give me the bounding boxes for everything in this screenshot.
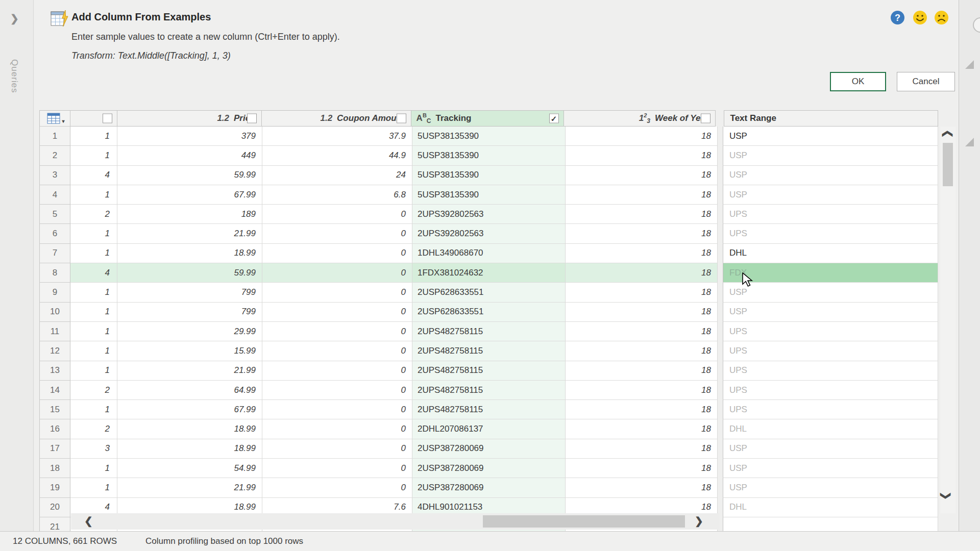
cell-text-range[interactable]: DHL [723, 244, 938, 263]
cell-week-of-year: 18 [566, 263, 718, 283]
column-header-tracking[interactable]: ABCTracking✓ [411, 110, 564, 127]
cancel-button[interactable]: Cancel [897, 72, 955, 91]
cell-quantity: 4 [70, 263, 117, 283]
column-header-unnamed[interactable] [70, 110, 117, 127]
column-gap [718, 303, 723, 322]
column-header-coupon-amount[interactable]: 1.2Coupon Amount [262, 110, 411, 127]
column-header-price[interactable]: 1.2Price [117, 110, 262, 127]
cell-text-range[interactable]: USP [723, 185, 938, 205]
dialog-title: Add Column From Examples [71, 11, 211, 23]
resize-handle-icon[interactable] [965, 138, 974, 146]
resize-handle-icon[interactable] [965, 60, 974, 69]
row-number: 4 [39, 185, 70, 205]
cell-text-range[interactable]: USP [723, 303, 938, 322]
cell-quantity: 1 [70, 127, 117, 146]
cell-coupon-amount: 0 [262, 400, 412, 419]
table-row: 11129.9902UPS48275811518UPS [39, 322, 938, 341]
cell-text-range[interactable]: USP [723, 127, 938, 146]
cell-tracking: 2UPS482758115 [412, 400, 566, 419]
cell-quantity: 1 [70, 185, 117, 205]
cell-text-range[interactable]: UPS [723, 205, 938, 224]
cell-coupon-amount: 24 [262, 166, 412, 185]
table-row: 7118.9901DHL34906867018DHL [39, 244, 938, 263]
column-gap [718, 146, 723, 165]
cell-text-range[interactable]: USP [723, 478, 938, 497]
help-icon[interactable]: ? [890, 10, 905, 25]
cell-coupon-amount: 0 [262, 263, 412, 283]
cell-quantity: 1 [70, 244, 117, 263]
cell-tracking: 2USP387280069 [412, 439, 566, 459]
column-header-week-of-year[interactable]: 123Week of Year [564, 110, 716, 127]
cell-text-range[interactable]: UPS [723, 381, 938, 400]
row-number: 9 [39, 283, 70, 302]
cell-week-of-year: 18 [566, 146, 718, 165]
cell-tracking: 1DHL349068670 [412, 244, 566, 263]
cell-text-range[interactable]: UPS [723, 400, 938, 419]
cell-text-range[interactable]: UPS [723, 224, 938, 243]
cell-text-range[interactable]: USP [723, 166, 938, 185]
cell-week-of-year: 18 [566, 185, 718, 205]
cell-coupon-amount: 0 [262, 224, 412, 243]
cell-text-range[interactable]: UPS [723, 341, 938, 361]
row-number: 2 [39, 146, 70, 165]
cell-quantity: 1 [70, 146, 117, 165]
scroll-left-icon[interactable]: ❮ [84, 515, 93, 527]
cell-text-range[interactable]: USP [723, 146, 938, 165]
table-row: 9179902USP62863355118USP [39, 283, 938, 302]
cell-price: 54.99 [117, 459, 262, 478]
status-bar: 12 COLUMNS, 661 ROWS Column profiling ba… [0, 531, 980, 551]
cell-text-range[interactable]: DHL [723, 498, 938, 517]
table-row: 14264.9902UPS48275811518UPS [39, 381, 938, 400]
cell-quantity: 1 [70, 322, 117, 341]
vertical-scrollbar-thumb[interactable] [943, 143, 953, 186]
cell-tracking: 2UPS392802563 [412, 205, 566, 224]
scroll-up-icon[interactable]: ❯ [940, 130, 952, 138]
cell-quantity: 2 [70, 205, 117, 224]
table-row: 1137937.95USP3813539018USP [39, 127, 938, 146]
column-checkbox[interactable] [247, 114, 257, 123]
ok-button[interactable]: OK [830, 72, 886, 91]
table-row: 3459.99245USP3813539018USP [39, 166, 938, 185]
cell-coupon-amount: 0 [262, 303, 412, 322]
column-gap [718, 127, 723, 146]
vertical-scrollbar[interactable]: ❯ ❯ [940, 127, 955, 513]
svg-text:?: ? [895, 13, 900, 23]
row-number: 1 [39, 127, 70, 146]
table-row: 10179902USP62863355118USP [39, 303, 938, 322]
cell-week-of-year: 18 [566, 224, 718, 243]
horizontal-scrollbar[interactable]: ❮ ❯ [71, 513, 720, 530]
horizontal-scrollbar-thumb[interactable] [483, 515, 685, 528]
scroll-down-icon[interactable]: ❯ [940, 492, 952, 500]
cell-price: 67.99 [117, 400, 262, 419]
cell-text-range[interactable]: DHL [723, 419, 938, 439]
expand-queries-chevron-icon[interactable]: ❯ [10, 12, 19, 24]
cell-price: 449 [117, 146, 262, 165]
cell-quantity: 1 [70, 361, 117, 381]
cell-quantity: 1 [70, 341, 117, 361]
cell-text-range[interactable]: USP [723, 459, 938, 478]
cell-tracking: 2UPS482758115 [412, 381, 566, 400]
table-options-button[interactable]: ▾ [39, 110, 70, 127]
scroll-right-icon[interactable]: ❯ [695, 515, 703, 527]
cell-tracking: 5USP38135390 [412, 127, 566, 146]
column-checkbox[interactable]: ✓ [549, 114, 559, 123]
cell-text-range[interactable]: UPS [723, 322, 938, 341]
column-checkbox[interactable] [103, 114, 112, 123]
column-gap [718, 400, 723, 419]
cell-text-range[interactable]: UPS [723, 361, 938, 381]
table-row: 17318.9902USP38728006918USP [39, 439, 938, 459]
table-row: 19121.9902USP38728006918USP [39, 478, 938, 497]
smiley-face-icon[interactable] [913, 10, 927, 25]
column-gap [718, 283, 723, 302]
table-row: 2144944.95USP3813539018USP [39, 146, 938, 165]
cell-text-range[interactable]: USP [723, 439, 938, 459]
frowny-face-icon[interactable] [934, 10, 949, 25]
cell-price: 18.99 [117, 439, 262, 459]
column-checkbox[interactable] [397, 114, 406, 123]
cell-tracking: 5USP38135390 [412, 146, 566, 165]
column-checkbox[interactable] [701, 114, 710, 123]
cell-price: 67.99 [117, 185, 262, 205]
queries-pane-label: Queries [9, 59, 19, 93]
column-header-text-range[interactable]: Text Range [724, 110, 938, 127]
column-gap [718, 478, 723, 497]
